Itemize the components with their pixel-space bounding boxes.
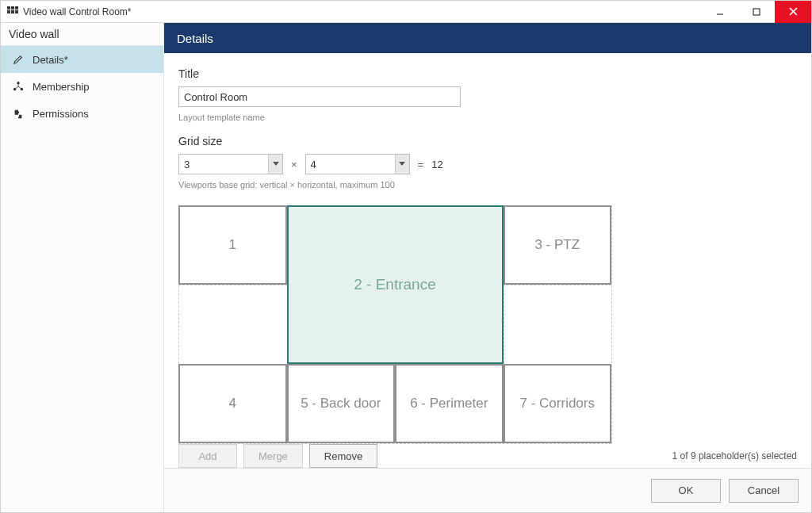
puzzle-icon	[12, 107, 25, 120]
remove-button[interactable]: Remove	[309, 444, 377, 468]
title-helper: Layout template name	[178, 113, 797, 122]
selection-status: 1 of 9 placeholder(s) selected	[672, 450, 797, 461]
window-title: Video wall Control Room*	[23, 6, 132, 17]
details-heading: Details	[177, 32, 213, 45]
window: Video wall Control Room* Video wall Deta…	[0, 0, 812, 513]
pencil-icon	[12, 53, 25, 66]
title-label: Title	[178, 67, 797, 80]
cancel-button[interactable]: Cancel	[729, 479, 799, 503]
grid-rows-combo[interactable]: 3	[178, 154, 283, 174]
chevron-down-icon	[268, 155, 282, 174]
editor-row: 12 - Entrance3 - PTZ45 - Back door6 - Pe…	[178, 205, 797, 468]
body: Video wall Details* Membership Permissio…	[1, 23, 811, 512]
viewport-6[interactable]: 6 - Perimeter	[395, 364, 504, 443]
equals-symbol: =	[418, 159, 424, 170]
svg-point-4	[17, 82, 20, 85]
tree-icon	[12, 80, 25, 93]
grid-editor: 12 - Entrance3 - PTZ45 - Back door6 - Pe…	[178, 205, 797, 468]
grid-cols-value: 4	[311, 159, 316, 170]
grid-rows-value: 3	[184, 159, 190, 170]
viewport-2[interactable]: 2 - Entrance	[287, 205, 504, 364]
grid-size-row: 3 × 4 = 12	[178, 154, 797, 174]
grid-size-label: Grid size	[178, 135, 797, 147]
grid-buttons: Add Merge Remove 1 of 9 placeholder(s) s…	[178, 444, 797, 468]
titlebar: Video wall Control Room*	[1, 1, 811, 23]
chevron-down-icon	[395, 155, 409, 174]
viewport-4[interactable]: 4	[178, 364, 287, 443]
sidebar-item-details[interactable]: Details*	[1, 46, 163, 73]
ok-button[interactable]: OK	[651, 479, 721, 503]
viewport-7[interactable]: 7 - Corridors	[504, 364, 612, 443]
details-header: Details	[164, 23, 811, 53]
main: Details Title Layout template name Grid …	[164, 23, 811, 512]
title-input[interactable]	[178, 86, 461, 107]
close-button[interactable]	[775, 1, 811, 23]
svg-rect-1	[753, 9, 760, 15]
grid-helper: Viewports base grid: vertical × horizont…	[178, 180, 797, 190]
viewport-5[interactable]: 5 - Back door	[287, 364, 396, 443]
sidebar-item-label: Membership	[33, 81, 90, 93]
sidebar: Video wall Details* Membership Permissio…	[1, 23, 164, 512]
maximize-button[interactable]	[738, 1, 775, 23]
sidebar-item-membership[interactable]: Membership	[1, 73, 163, 100]
sidebar-item-permissions[interactable]: Permissions	[1, 100, 163, 127]
viewport-1[interactable]: 1	[178, 205, 287, 285]
minimize-button[interactable]	[702, 1, 738, 23]
sidebar-item-label: Details*	[33, 54, 68, 66]
add-button[interactable]: Add	[178, 444, 237, 468]
grid-result: 12	[431, 159, 442, 170]
viewport-grid[interactable]: 12 - Entrance3 - PTZ45 - Back door6 - Pe…	[178, 205, 611, 436]
times-symbol: ×	[291, 159, 297, 170]
content: Title Layout template name Grid size 3 ×…	[164, 53, 811, 468]
sidebar-header: Video wall	[1, 23, 163, 46]
footer: OK Cancel	[164, 468, 811, 512]
app-icon	[7, 6, 18, 17]
merge-button[interactable]: Merge	[243, 444, 303, 468]
grid-cols-combo[interactable]: 4	[305, 154, 410, 174]
viewport-3[interactable]: 3 - PTZ	[504, 205, 612, 285]
sidebar-item-label: Permissions	[33, 108, 89, 120]
